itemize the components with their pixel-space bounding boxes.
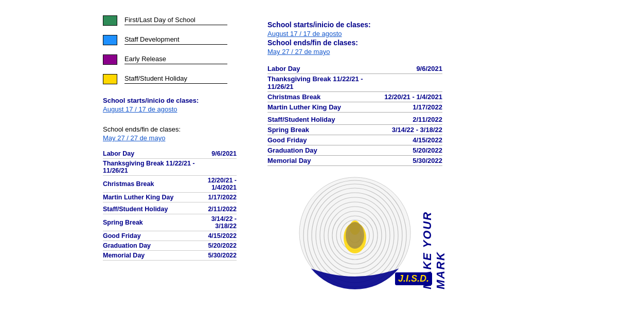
legend-label-holiday: Staff/Student Holiday [124, 75, 227, 84]
left-event-row-0: Labor Day9/6/2021 [103, 149, 237, 159]
left-school-ends-link[interactable]: May 27 / 27 de mayo [103, 134, 237, 142]
legend-box-green [103, 15, 117, 26]
right-event-row-5: Spring Break3/14/22 - 3/18/22 [267, 125, 442, 135]
right-event-date-0: 9/6/2021 [381, 64, 442, 74]
right-event-row-2: Christmas Break12/20/21 - 1/4/2021 [267, 92, 442, 102]
right-school-starts-title: School starts/inicio de clases: [267, 21, 623, 29]
right-event-date-4: 2/11/2022 [381, 113, 442, 125]
right-event-date-3: 1/17/2022 [381, 102, 442, 113]
right-event-row-6: Good Friday4/15/2022 [267, 135, 442, 145]
right-event-name-0: Labor Day [267, 64, 381, 74]
left-event-date-4: 2/11/2022 [206, 202, 237, 214]
legend-box-yellow [103, 74, 117, 84]
left-event-name-3: Martin Luther King Day [103, 193, 206, 202]
right-event-name-2: Christmas Break [267, 92, 381, 102]
left-event-date-7: 5/20/2022 [206, 241, 237, 251]
right-event-row-4: Staff/Student Holiday2/11/2022 [267, 113, 442, 125]
legend-box-purple [103, 54, 117, 65]
left-school-info: School starts/inicio de clases: August 1… [103, 97, 237, 142]
left-event-date-2: 12/20/21 - 1/4/2021 [206, 176, 237, 193]
left-event-name-8: Memorial Day [103, 251, 206, 261]
left-event-row-1: Thanksgiving Break 11/22/21 - 11/26/21 [103, 159, 237, 176]
right-school-ends-title: School ends/fin de clases: [267, 39, 623, 47]
legend-item-holiday: Staff/Student Holiday [103, 74, 237, 84]
right-event-name-5: Spring Break [267, 125, 381, 135]
right-school-info: School starts/inicio de clases: August 1… [267, 21, 623, 56]
right-event-row-1: Thanksgiving Break 11/22/21 - 11/26/21 [267, 74, 442, 92]
legend: First/Last Day of School Staff Developme… [103, 15, 237, 84]
right-school-starts-link[interactable]: August 17 / 17 de agosto [267, 30, 623, 38]
legend-label-early-release: Early Release [124, 55, 227, 64]
left-event-name-6: Good Friday [103, 231, 206, 241]
right-event-date-6: 4/15/2022 [381, 135, 442, 145]
right-event-date-7: 5/20/2022 [381, 145, 442, 156]
legend-label-first-last: First/Last Day of School [124, 16, 227, 25]
legend-item-staff-dev: Staff Development [103, 35, 237, 45]
left-school-starts-title: School starts/inicio de clases: [103, 97, 237, 104]
right-event-date-2: 12/20/21 - 1/4/2021 [381, 92, 442, 102]
right-school-ends-link[interactable]: May 27 / 27 de mayo [267, 48, 623, 56]
right-event-name-4: Staff/Student Holiday [267, 113, 381, 125]
left-event-date-0: 9/6/2021 [206, 149, 237, 159]
right-event-name-1: Thanksgiving Break 11/22/21 - 11/26/21 [267, 74, 381, 92]
right-panel: School starts/inicio de clases: August 1… [237, 15, 623, 299]
legend-box-blue [103, 35, 117, 45]
logo-area: MAKE YOUR MARK J.I.S.D. [298, 176, 442, 289]
left-event-row-2: Christmas Break12/20/21 - 1/4/2021 [103, 176, 237, 193]
right-event-date-1 [381, 74, 442, 92]
left-events-table: Labor Day9/6/2021Thanksgiving Break 11/2… [103, 149, 237, 261]
right-event-row-8: Memorial Day5/30/2022 [267, 156, 442, 166]
right-event-date-8: 5/30/2022 [381, 156, 442, 166]
left-event-row-6: Good Friday4/15/2022 [103, 231, 237, 241]
right-event-row-7: Graduation Day5/20/2022 [267, 145, 442, 156]
left-school-ends-title: School ends/fin de clases: [103, 125, 237, 133]
left-event-date-6: 4/15/2022 [206, 231, 237, 241]
legend-item-early-release: Early Release [103, 54, 237, 65]
svg-point-15 [346, 222, 364, 249]
legend-label-staff-dev: Staff Development [124, 35, 227, 45]
legend-item-first-last: First/Last Day of School [103, 15, 237, 26]
right-event-name-6: Good Friday [267, 135, 381, 145]
fingerprint-graphic [298, 176, 412, 289]
left-event-row-4: Staff/Student Holiday2/11/2022 [103, 202, 237, 214]
left-event-date-5: 3/14/22 - 3/18/22 [206, 214, 237, 231]
left-event-name-1: Thanksgiving Break 11/22/21 - 11/26/21 [103, 159, 206, 176]
right-events-table: Labor Day9/6/2021Thanksgiving Break 11/2… [267, 64, 442, 166]
right-event-row-0: Labor Day9/6/2021 [267, 64, 442, 74]
right-event-name-3: Martin Luther King Day [267, 102, 381, 113]
left-school-starts-link[interactable]: August 17 / 17 de agosto [103, 105, 237, 113]
left-event-row-8: Memorial Day5/30/2022 [103, 251, 237, 261]
right-event-row-3: Martin Luther King Day1/17/2022 [267, 102, 442, 113]
left-event-date-1 [206, 159, 237, 176]
right-event-name-7: Graduation Day [267, 145, 381, 156]
left-event-name-2: Christmas Break [103, 176, 206, 193]
left-event-date-8: 5/30/2022 [206, 251, 237, 261]
left-event-name-0: Labor Day [103, 149, 206, 159]
left-event-name-4: Staff/Student Holiday [103, 202, 206, 214]
jisd-label: J.I.S.D. [395, 272, 432, 285]
left-event-name-5: Spring Break [103, 214, 206, 231]
left-event-name-7: Graduation Day [103, 241, 206, 251]
right-event-name-8: Memorial Day [267, 156, 381, 166]
left-panel: First/Last Day of School Staff Developme… [21, 15, 237, 299]
left-event-row-3: Martin Luther King Day1/17/2022 [103, 193, 237, 202]
left-event-row-5: Spring Break3/14/22 - 3/18/22 [103, 214, 237, 231]
right-event-date-5: 3/14/22 - 3/18/22 [381, 125, 442, 135]
left-event-date-3: 1/17/2022 [206, 193, 237, 202]
left-event-row-7: Graduation Day5/20/2022 [103, 241, 237, 251]
